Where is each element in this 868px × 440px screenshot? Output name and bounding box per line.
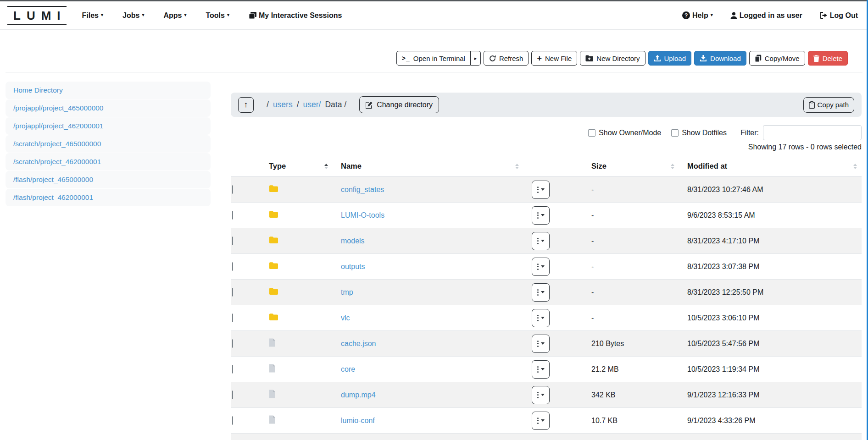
open-in-terminal-split: >_ Open in Terminal ▸ [396,51,481,66]
file-table-body: config_states - 8/31/2023 10:27:46 AM LU… [231,177,862,434]
file-name-link[interactable]: dump.mp4 [341,391,376,399]
name-cell: cache.json [341,340,532,348]
table-row[interactable]: lumio-conf 10.7 KB 9/1/2023 4:33:26 PM [231,408,862,434]
change-directory-button[interactable]: Change directory [359,96,439,113]
refresh-button[interactable]: Refresh [484,51,529,66]
sidebar-item[interactable]: Home Directory [6,82,211,99]
show-owner-mode-checkbox[interactable] [588,129,595,137]
chevron-right-icon: ▸ [474,55,477,61]
breadcrumb-text: / [267,100,269,110]
table-row[interactable]: LUMI-O-tools - 9/6/2023 8:53:15 AM [231,203,862,228]
open-in-terminal-label: Open in Terminal [413,55,465,62]
new-directory-button[interactable]: New Directory [580,51,645,66]
sidebar-item[interactable]: /projappl/project_465000000 [6,99,211,117]
row-actions-menu-button[interactable] [532,335,550,353]
row-checkbox[interactable] [232,262,233,271]
table-row[interactable]: models - 8/31/2023 4:17:10 PM [231,228,862,254]
row-checkbox[interactable] [232,236,233,245]
menu-files[interactable]: Files ▾ [82,11,104,20]
table-row[interactable]: config_states - 8/31/2023 10:27:46 AM [231,177,862,203]
row-actions-menu-button[interactable] [532,309,550,327]
table-row[interactable]: dump.mp4 342 KB 9/1/2023 12:16:33 PM [231,382,862,408]
file-name-link[interactable]: outputs [341,263,365,270]
delete-button[interactable]: Delete [808,51,848,66]
logout-button[interactable]: Log Out [820,11,858,20]
file-name-link[interactable]: models [341,237,365,245]
menu-jobs[interactable]: Jobs ▾ [122,11,144,20]
show-dotfiles-checkbox[interactable] [671,129,679,137]
breadcrumb-link[interactable]: user/ [303,100,321,110]
table-row[interactable]: vlc - 10/5/2023 3:06:10 PM [231,305,862,331]
sort-icons[interactable] [324,164,328,169]
file-name-link[interactable]: lumio-conf [341,417,375,424]
filter-input[interactable] [763,125,862,140]
row-checkbox[interactable] [232,211,233,220]
download-button[interactable]: Download [694,51,746,66]
row-checkbox[interactable] [232,390,233,399]
sort-icons[interactable] [671,164,674,169]
row-actions-menu-button[interactable] [532,258,550,276]
upload-button[interactable]: Upload [648,51,692,66]
row-actions-menu-button[interactable] [532,412,550,430]
breadcrumb-link[interactable]: users [273,100,293,110]
new-file-button[interactable]: + New File [531,51,577,66]
table-row[interactable]: cache.json 210 Bytes 10/5/2023 5:47:56 P… [231,331,862,357]
sort-icons[interactable] [515,164,519,169]
menu-help[interactable]: ? Help ▾ [682,11,713,20]
lumi-logo[interactable]: LUMI [7,6,67,25]
chevron-down-icon [541,214,545,216]
table-row[interactable]: core 21.2 MB 10/5/2023 1:19:34 PM [231,357,862,382]
file-name-link[interactable]: vlc [341,314,350,322]
row-checkbox[interactable] [232,185,233,194]
open-in-terminal-dropdown[interactable]: ▸ [471,51,481,66]
open-in-terminal-button[interactable]: >_ Open in Terminal [396,51,471,66]
sidebar-item[interactable]: /projappl/project_462000001 [6,117,211,135]
file-name-link[interactable]: tmp [341,288,353,296]
table-row[interactable]: tmp - 8/31/2023 12:25:50 PM [231,280,862,305]
logged-in-user-label: Logged in as user [740,11,802,20]
header-name[interactable]: Name [341,162,532,170]
row-actions-menu-button[interactable] [532,206,550,225]
file-name-link[interactable]: LUMI-O-tools [341,211,384,219]
sidebar-item[interactable]: /scratch/project_465000000 [6,135,211,153]
folder-icon [269,185,278,192]
row-actions-menu-button[interactable] [532,283,550,302]
show-owner-mode-label: Show Owner/Mode [599,129,661,137]
sidebar-item[interactable]: /flash/project_462000001 [6,189,211,206]
sort-icons[interactable] [853,164,857,169]
row-actions-menu-button[interactable] [532,232,550,250]
row-checkbox[interactable] [232,416,233,425]
table-row[interactable]: outputs - 8/31/2023 3:07:38 PM [231,254,862,280]
row-actions-menu-button[interactable] [532,360,550,379]
file-icon [269,415,276,424]
file-name-link[interactable]: config_states [341,186,384,193]
copy-move-button[interactable]: Copy/Move [749,51,805,66]
header-size[interactable]: Size [591,162,687,170]
menu-tools[interactable]: Tools ▾ [206,11,229,20]
row-checkbox[interactable] [232,314,233,322]
file-name-link[interactable]: cache.json [341,340,376,347]
menu-cell [532,232,591,250]
header-modified-at[interactable]: Modified at [687,162,862,170]
breadcrumb: /users/user/Data / [267,100,346,110]
file-name-link[interactable]: core [341,365,355,373]
sidebar-item[interactable]: /flash/project_465000000 [6,171,211,188]
menu-cell [532,360,591,379]
row-checkbox[interactable] [232,339,233,348]
name-cell: lumio-conf [341,417,532,425]
size-cell: 210 Bytes [591,340,687,348]
row-actions-menu-button[interactable] [532,386,550,404]
up-directory-button[interactable]: ↑ [238,97,254,113]
row-checkbox[interactable] [232,288,233,297]
menu-interactive-sessions[interactable]: My Interactive Sessions [249,11,342,20]
sidebar-item[interactable]: /scratch/project_462000001 [6,153,211,170]
show-dotfiles-toggle[interactable]: Show Dotfiles [671,129,727,137]
menu-apps[interactable]: Apps ▾ [163,11,186,20]
copy-path-button[interactable]: Copy path [803,97,854,113]
row-actions-menu-button[interactable] [532,181,550,199]
header-type-label: Type [269,162,286,170]
show-owner-mode-toggle[interactable]: Show Owner/Mode [588,129,661,137]
row-checkbox[interactable] [232,365,233,374]
header-type[interactable]: Type [269,162,341,170]
plus-icon: + [537,54,542,62]
